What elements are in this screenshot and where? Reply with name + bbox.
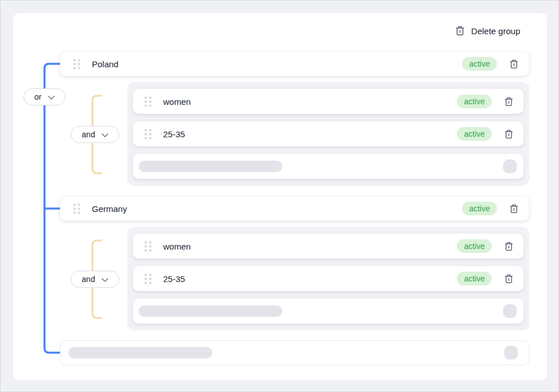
condition-group: women active 25-35 (127, 82, 529, 186)
condition-row-women[interactable]: women active (133, 234, 524, 259)
trash-icon[interactable] (504, 242, 513, 251)
condition-row-placeholder (133, 299, 524, 324)
drag-handle-icon[interactable] (144, 129, 152, 140)
trash-icon[interactable] (504, 97, 513, 107)
drag-handle-icon[interactable] (73, 203, 80, 214)
status-badge[interactable]: active (462, 57, 497, 71)
group-operator-value: and (82, 275, 95, 284)
chevron-down-icon (48, 92, 55, 101)
skeleton-control-placeholder (504, 346, 518, 360)
group-operator-select[interactable]: and (71, 126, 119, 143)
condition-row-25-35[interactable]: 25-35 active (133, 266, 524, 291)
trash-icon[interactable] (504, 274, 513, 284)
condition-row-women[interactable]: women active (133, 89, 524, 114)
delete-group-button[interactable]: Delete group (455, 26, 520, 36)
condition-row-placeholder (133, 154, 524, 179)
skeleton-text-placeholder (68, 347, 212, 358)
condition-row-25-35[interactable]: 25-35 active (133, 121, 524, 146)
skeleton-text-placeholder (139, 161, 282, 172)
status-badge[interactable]: active (457, 239, 492, 253)
chevron-down-icon (102, 130, 108, 139)
condition-label: 25-35 (163, 274, 185, 284)
group-row-placeholder (60, 340, 529, 365)
trash-icon[interactable] (509, 59, 519, 69)
condition-label: 25-35 (163, 129, 185, 139)
drag-handle-icon[interactable] (144, 241, 152, 252)
status-badge[interactable]: active (457, 95, 492, 108)
status-badge[interactable]: active (457, 272, 492, 285)
root-operator-value: or (34, 92, 41, 101)
filter-builder-panel: Delete group or Poland active (13, 13, 547, 380)
group-name: Poland (92, 59, 119, 69)
condition-label: women (163, 242, 191, 251)
skeleton-control-placeholder (503, 304, 517, 318)
group-operator-value: and (82, 130, 95, 139)
group-name: Germany (92, 204, 127, 214)
chevron-down-icon (102, 275, 108, 284)
status-badge[interactable]: active (462, 202, 497, 215)
status-badge[interactable]: active (457, 127, 492, 141)
group-row-poland[interactable]: Poland active (60, 51, 529, 76)
condition-label: women (163, 97, 191, 107)
drag-handle-icon[interactable] (144, 273, 152, 284)
trash-icon[interactable] (509, 204, 519, 214)
group-operator-select[interactable]: and (71, 271, 119, 288)
root-operator-select[interactable]: or (23, 88, 66, 105)
condition-group: women active 25-35 (127, 227, 529, 330)
or-connector-line (44, 64, 60, 353)
delete-group-label: Delete group (471, 26, 520, 36)
drag-handle-icon[interactable] (73, 59, 80, 70)
skeleton-text-placeholder (139, 305, 282, 317)
trash-icon[interactable] (504, 129, 513, 139)
drag-handle-icon[interactable] (144, 96, 152, 107)
skeleton-control-placeholder (503, 160, 517, 173)
trash-icon (455, 26, 465, 36)
group-row-germany[interactable]: Germany active (60, 196, 529, 221)
